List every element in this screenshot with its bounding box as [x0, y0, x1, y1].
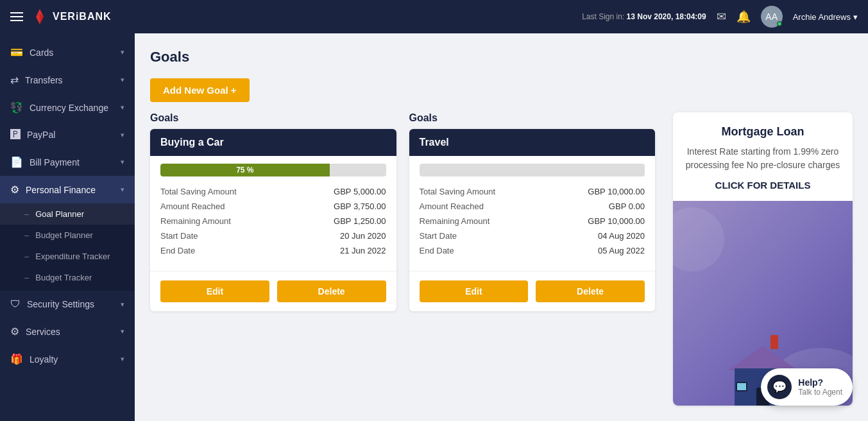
- personal-finance-icon: ⚙: [10, 184, 19, 196]
- personal-finance-submenu: –Goal Planner –Budget Planner –Expenditu…: [0, 203, 135, 291]
- goal-section-travel: Goals Travel Total Saving Amount GBP 10,…: [409, 112, 656, 406]
- delete-button-car[interactable]: Delete: [277, 280, 386, 302]
- security-icon: 🛡: [10, 298, 21, 310]
- main-content: Goals Add New Goal + Goals Buying a Car …: [135, 33, 868, 421]
- table-row: Start Date 20 Jun 2020: [160, 231, 386, 241]
- goal-card-header-car: Buying a Car: [150, 129, 396, 156]
- goal-section-title-1: Goals: [150, 112, 396, 124]
- chevron-icon: ▾: [121, 185, 124, 194]
- currency-icon: 💱: [10, 101, 23, 114]
- notifications-icon[interactable]: 🔔: [736, 10, 751, 24]
- sidebar-item-cards[interactable]: 💳 Cards ▾: [0, 39, 135, 66]
- goal-card-travel: Travel Total Saving Amount GBP 10,000.00…: [409, 129, 656, 311]
- brand: VERiBANK: [31, 8, 112, 26]
- paypal-icon: 🅿: [10, 129, 21, 141]
- sidebar-item-security-settings[interactable]: 🛡 Security Settings ▾: [0, 291, 135, 318]
- goal-card-body-car: 75 % Total Saving Amount GBP 5,000.00 Am…: [150, 156, 396, 263]
- sidebar-sub-goal-planner[interactable]: –Goal Planner: [0, 203, 135, 225]
- services-icon: ⚙: [10, 325, 19, 338]
- help-text: Help? Talk to Agent: [798, 377, 842, 397]
- mortgage-description: Interest Rate starting from 1.99% zero p…: [683, 145, 842, 172]
- table-row: Total Saving Amount GBP 10,000.00: [420, 187, 645, 196]
- help-title: Help?: [798, 377, 842, 388]
- right-panel: Mortgage Loan Interest Rate starting fro…: [673, 112, 853, 406]
- goal-actions-car: Edit Delete: [150, 271, 396, 311]
- delete-button-travel[interactable]: Delete: [536, 280, 645, 302]
- table-row: Amount Reached GBP 0.00: [420, 202, 645, 211]
- bill-icon: 📄: [10, 156, 23, 168]
- goal-actions-travel: Edit Delete: [409, 271, 656, 311]
- chevron-icon: ▾: [121, 355, 124, 363]
- chevron-icon: ▾: [121, 327, 124, 336]
- table-row: Start Date 04 Aug 2020: [420, 231, 645, 241]
- chevron-icon: ▾: [121, 103, 124, 112]
- bg-circle-left: [673, 207, 724, 271]
- progress-bar-wrap-car: 75 %: [160, 164, 386, 176]
- goal-card-body-travel: Total Saving Amount GBP 10,000.00 Amount…: [409, 156, 656, 263]
- goal-card-car: Buying a Car 75 % Total Saving Amount GB…: [150, 129, 396, 311]
- mortgage-card: Mortgage Loan Interest Rate starting fro…: [673, 112, 853, 406]
- help-bubble[interactable]: 💬 Help? Talk to Agent: [761, 368, 853, 406]
- mortgage-text-area: Mortgage Loan Interest Rate starting fro…: [673, 112, 853, 201]
- table-row: End Date 21 Jun 2022: [160, 246, 386, 255]
- add-new-goal-button[interactable]: Add New Goal +: [150, 78, 250, 102]
- chevron-icon: ▾: [121, 48, 124, 56]
- page-title: Goals: [150, 49, 853, 65]
- sidebar-item-paypal[interactable]: 🅿 PayPal ▾: [0, 121, 135, 148]
- hamburger-menu[interactable]: [10, 12, 23, 21]
- mortgage-cta[interactable]: CLICK FOR DETAILS: [683, 180, 842, 191]
- sidebar-sub-expenditure-tracker[interactable]: –Expenditure Tracker: [0, 246, 135, 267]
- sidebar-sub-budget-planner[interactable]: –Budget Planner: [0, 225, 135, 246]
- sidebar-item-personal-finance[interactable]: ⚙ Personal Finance ▾: [0, 176, 135, 203]
- nav-right: Last Sign in: 13 Nov 2020, 18:04:09 ✉ 🔔 …: [582, 6, 858, 28]
- transfers-icon: ⇄: [10, 74, 19, 86]
- edit-button-car[interactable]: Edit: [160, 280, 269, 302]
- sidebar-item-services[interactable]: ⚙ Services ▾: [0, 318, 135, 345]
- online-indicator: [777, 21, 782, 26]
- chevron-icon: ▾: [121, 131, 124, 139]
- edit-button-travel[interactable]: Edit: [420, 280, 529, 302]
- top-nav: VERiBANK Last Sign in: 13 Nov 2020, 18:0…: [0, 0, 868, 33]
- progress-bar-fill-car: 75 %: [160, 164, 330, 176]
- goal-details-car: Total Saving Amount GBP 5,000.00 Amount …: [160, 187, 386, 255]
- help-icon: 💬: [767, 375, 792, 399]
- sidebar-item-currency-exchange[interactable]: 💱 Currency Exchange ▾: [0, 94, 135, 121]
- goal-card-header-travel: Travel: [409, 129, 656, 156]
- table-row: Total Saving Amount GBP 5,000.00: [160, 187, 386, 196]
- sidebar: 💳 Cards ▾ ⇄ Transfers ▾ 💱 Currency Excha…: [0, 33, 135, 421]
- chevron-icon: ▾: [121, 300, 124, 309]
- avatar-wrap: AA: [761, 6, 783, 28]
- table-row: Remaining Amount GBP 10,000.00: [420, 216, 645, 226]
- email-icon[interactable]: ✉: [717, 10, 726, 24]
- chevron-icon: ▾: [121, 76, 124, 84]
- mortgage-title: Mortgage Loan: [683, 125, 842, 139]
- goals-grid: Goals Buying a Car 75 % Total Saving Amo…: [150, 112, 853, 406]
- goal-section-car: Goals Buying a Car 75 % Total Saving Amo…: [150, 112, 396, 406]
- cards-icon: 💳: [10, 46, 23, 58]
- nav-left: VERiBANK: [10, 8, 112, 26]
- user-name[interactable]: Archie Andrews ▾: [793, 12, 858, 22]
- brand-name: VERiBANK: [53, 11, 112, 22]
- help-subtitle: Talk to Agent: [798, 388, 842, 397]
- goal-details-travel: Total Saving Amount GBP 10,000.00 Amount…: [420, 187, 645, 255]
- sidebar-item-bill-payment[interactable]: 📄 Bill Payment ▾: [0, 148, 135, 176]
- chevron-icon: ▾: [121, 158, 124, 166]
- sidebar-item-transfers[interactable]: ⇄ Transfers ▾: [0, 66, 135, 94]
- loyalty-icon: 🎁: [10, 353, 23, 365]
- progress-bar-wrap-travel: [420, 164, 645, 176]
- last-signin: Last Sign in: 13 Nov 2020, 18:04:09: [582, 12, 706, 21]
- sidebar-sub-budget-tracker[interactable]: –Budget Tracker: [0, 267, 135, 288]
- table-row: End Date 05 Aug 2022: [420, 246, 645, 255]
- sidebar-item-loyalty[interactable]: 🎁 Loyalty ▾: [0, 345, 135, 373]
- table-row: Amount Reached GBP 3,750.00: [160, 202, 386, 211]
- table-row: Remaining Amount GBP 1,250.00: [160, 216, 386, 226]
- app-body: 💳 Cards ▾ ⇄ Transfers ▾ 💱 Currency Excha…: [0, 33, 868, 421]
- goal-section-title-2: Goals: [409, 112, 656, 124]
